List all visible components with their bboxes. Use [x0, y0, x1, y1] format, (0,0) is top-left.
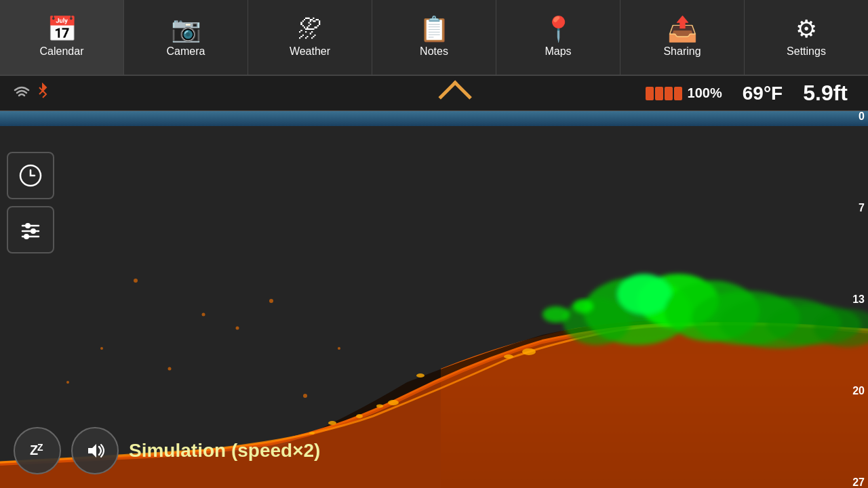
svg-point-5 — [563, 298, 631, 345]
depth-marker-20: 20 — [837, 386, 865, 396]
weather-icon: ⛈ — [298, 17, 322, 41]
svg-point-26 — [338, 347, 340, 350]
top-nav: 📅 Calendar 📷 Camera ⛈ Weather 📋 Notes 📍 … — [0, 0, 868, 76]
depth-marker-13: 13 — [837, 294, 865, 305]
svg-point-35 — [31, 228, 36, 234]
nav-calendar[interactable]: 📅 Calendar — [0, 0, 124, 75]
svg-point-19 — [134, 279, 138, 283]
simulation-label: Simulation (speed×2) — [129, 440, 320, 462]
svg-point-15 — [356, 414, 363, 418]
status-bar: 100% 69°F 5.9ft — [0, 76, 868, 111]
sound-button[interactable] — [71, 427, 119, 474]
nav-settings[interactable]: ⚙ Settings — [745, 0, 868, 75]
svg-point-29 — [573, 300, 593, 313]
bottom-controls: Z Z Simulation (speed×2) — [14, 427, 320, 474]
weather-label: Weather — [290, 45, 330, 58]
left-controls — [0, 145, 61, 260]
calendar-icon: 📅 — [47, 17, 77, 41]
svg-point-4 — [617, 274, 671, 314]
svg-point-21 — [100, 347, 103, 350]
camera-label: Camera — [167, 45, 205, 58]
wifi-icon — [14, 85, 30, 102]
svg-point-25 — [168, 367, 172, 371]
status-right: 100% 69°F 5.9ft — [646, 81, 868, 106]
battery-bar — [646, 87, 682, 100]
svg-point-27 — [303, 394, 307, 398]
depth-display: 5.9ft — [803, 81, 848, 106]
svg-point-28 — [542, 306, 570, 323]
nav-camera[interactable]: 📷 Camera — [124, 0, 248, 75]
temperature-display: 69°F — [743, 83, 783, 104]
svg-point-17 — [328, 421, 336, 425]
svg-point-14 — [504, 354, 513, 359]
svg-point-11 — [388, 400, 399, 405]
svg-point-12 — [416, 373, 425, 378]
svg-point-36 — [24, 234, 29, 239]
collapse-button[interactable] — [435, 83, 469, 104]
status-center — [258, 83, 646, 104]
depth-marker-7: 7 — [837, 203, 865, 214]
depth-scale: 0 7 13 20 27 — [834, 111, 868, 488]
svg-point-34 — [25, 223, 31, 228]
camera-icon: 📷 — [171, 17, 201, 41]
svg-point-13 — [522, 348, 536, 355]
sharing-label: Sharing — [663, 45, 701, 58]
depth-marker-27: 27 — [837, 477, 865, 488]
nav-weather[interactable]: ⛈ Weather — [248, 0, 372, 75]
battery-percent: 100% — [688, 85, 722, 101]
settings-sliders-button[interactable] — [7, 206, 54, 253]
settings-icon: ⚙ — [795, 17, 817, 41]
bluetooth-icon — [37, 83, 49, 104]
notes-label: Notes — [420, 45, 448, 58]
timer-button[interactable] — [7, 152, 54, 199]
svg-point-22 — [269, 299, 273, 303]
svg-point-18 — [376, 405, 383, 408]
svg-point-23 — [236, 327, 239, 330]
sleep-button[interactable]: Z Z — [14, 427, 61, 474]
sonar-view: /* hex dots drawn via canvas below */ — [0, 111, 868, 488]
svg-rect-1 — [0, 111, 868, 126]
svg-point-24 — [66, 381, 69, 384]
nav-sharing[interactable]: 📤 Sharing — [620, 0, 745, 75]
nav-notes[interactable]: 📋 Notes — [372, 0, 496, 75]
maps-icon: 📍 — [543, 17, 574, 41]
battery-indicator: 100% — [646, 85, 722, 101]
maps-label: Maps — [545, 45, 571, 58]
svg-point-20 — [202, 313, 205, 317]
status-left — [0, 83, 258, 104]
nav-maps[interactable]: 📍 Maps — [496, 0, 620, 75]
notes-icon: 📋 — [419, 17, 450, 41]
svg-text:Z: Z — [37, 442, 43, 453]
calendar-label: Calendar — [40, 45, 84, 58]
settings-label: Settings — [787, 45, 826, 58]
depth-marker-0: 0 — [837, 111, 865, 122]
sharing-icon: 📤 — [667, 17, 698, 41]
